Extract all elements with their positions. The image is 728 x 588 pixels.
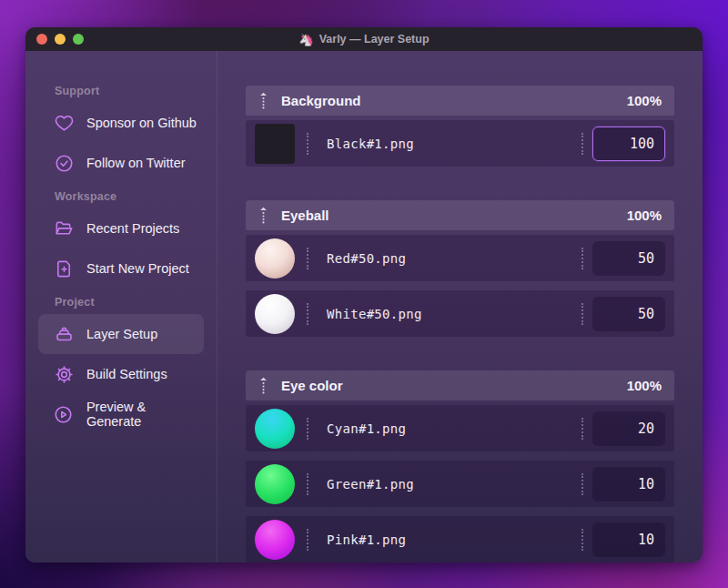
sidebar-item-follow-on-twitter[interactable]: Follow on Twitter xyxy=(38,143,204,183)
traffic-lights xyxy=(36,27,84,51)
green-sphere-thumbnail xyxy=(255,464,295,504)
gear-icon xyxy=(53,363,75,385)
layer-weight-input[interactable]: 50 xyxy=(592,241,665,276)
document-plus-icon xyxy=(53,258,75,279)
layer-row: Red#50.png 50 xyxy=(246,235,674,281)
zoom-button[interactable] xyxy=(73,34,84,45)
sidebar-item-label: Recent Projects xyxy=(86,221,179,236)
app-window: 🦄 Varly — Layer Setup Support Sponsor on… xyxy=(25,27,703,563)
sidebar-section-label: Support xyxy=(55,81,217,101)
layer-group-name: Eye color xyxy=(281,378,343,393)
layer-row: White#50.png 50 xyxy=(246,290,674,337)
sidebar-item-layer-setup[interactable]: Layer Setup xyxy=(38,314,204,354)
layer-row: Green#1.png 10 xyxy=(246,461,674,507)
sidebar-item-preview-generate[interactable]: Preview & Generate xyxy=(38,394,204,434)
layer-group-background: Background 100% Black#1.png 100 xyxy=(246,86,674,167)
sidebar-item-build-settings[interactable]: Build Settings xyxy=(38,354,204,394)
divider-dotted xyxy=(581,248,583,269)
layer-group-header[interactable]: Background 100% xyxy=(246,86,674,116)
badge-check-icon xyxy=(53,152,75,174)
layer-group-weight: 100% xyxy=(627,93,662,108)
divider-dotted xyxy=(307,529,308,551)
layer-row: Black#1.png 100 xyxy=(246,120,674,167)
layer-group-eyeball: Eyeball 100% Red#50.png 50 White#50.png … xyxy=(246,200,674,337)
divider-dotted xyxy=(307,133,308,155)
divider-dotted xyxy=(307,418,308,440)
layer-weight-input[interactable]: 20 xyxy=(592,411,665,446)
divider-dotted xyxy=(581,529,583,551)
layer-setup-panel: Background 100% Black#1.png 100 Eyeball … xyxy=(217,51,703,563)
window-title-text: Varly — Layer Setup xyxy=(319,33,430,46)
close-button[interactable] xyxy=(36,34,47,45)
sidebar-section-label: Project xyxy=(55,292,217,312)
sidebar-item-label: Start New Project xyxy=(86,261,189,276)
layer-filename: Cyan#1.png xyxy=(327,421,581,436)
sidebar-section: Workspace Recent Projects Start New Proj… xyxy=(25,187,217,289)
sidebar-item-recent-projects[interactable]: Recent Projects xyxy=(38,208,204,248)
layer-filename: Red#50.png xyxy=(327,251,581,266)
white-sphere-thumbnail xyxy=(255,294,295,334)
layer-group-eye-color: Eye color 100% Cyan#1.png 20 Green#1.png… xyxy=(246,370,674,563)
sidebar-item-start-new-project[interactable]: Start New Project xyxy=(38,248,204,289)
layer-group-header[interactable]: Eye color 100% xyxy=(246,370,674,400)
layer-weight-input[interactable]: 10 xyxy=(592,467,665,502)
sidebar-section: Support Sponsor on Github Follow on Twit… xyxy=(25,81,217,183)
layer-group-name: Background xyxy=(281,93,361,108)
sidebar-item-label: Build Settings xyxy=(86,367,167,381)
window-title: 🦄 Varly — Layer Setup xyxy=(298,33,429,46)
layer-weight-input[interactable]: 100 xyxy=(592,127,665,161)
divider-dotted xyxy=(581,303,583,325)
layer-filename: Black#1.png xyxy=(327,137,581,151)
divider-dotted xyxy=(307,248,308,269)
drag-handle-icon[interactable] xyxy=(258,92,269,110)
folder-open-icon xyxy=(53,218,75,239)
layer-row: Cyan#1.png 20 xyxy=(246,405,674,451)
layer-weight-input[interactable]: 50 xyxy=(592,297,665,331)
sidebar-item-sponsor-on-github[interactable]: Sponsor on Github xyxy=(38,103,204,143)
drag-handle-icon[interactable] xyxy=(258,207,269,225)
divider-dotted xyxy=(307,303,308,325)
layer-group-name: Eyeball xyxy=(281,208,329,223)
sidebar-section-label: Workspace xyxy=(55,187,217,207)
divider-dotted xyxy=(581,133,583,155)
divider-dotted xyxy=(581,473,583,495)
layer-group-weight: 100% xyxy=(627,208,662,223)
cyan-sphere-thumbnail xyxy=(255,409,295,449)
red-sphere-thumbnail xyxy=(255,238,295,279)
layer-weight-input[interactable]: 10 xyxy=(592,522,665,557)
sidebar-item-label: Follow on Twitter xyxy=(86,156,186,170)
divider-dotted xyxy=(581,418,583,440)
layer-filename: White#50.png xyxy=(327,307,581,321)
sidebar-item-label: Sponsor on Github xyxy=(86,116,197,130)
minimize-button[interactable] xyxy=(55,34,66,45)
heart-icon xyxy=(53,112,75,134)
drag-handle-icon[interactable] xyxy=(258,377,269,395)
layer-group-header[interactable]: Eyeball 100% xyxy=(246,200,674,230)
app-logo-unicorn-icon: 🦄 xyxy=(298,33,313,46)
sidebar-section: Project Layer Setup Build Settings Previ… xyxy=(25,292,217,434)
play-circle-icon xyxy=(53,403,75,425)
layer-filename: Green#1.png xyxy=(327,477,581,492)
sidebar-item-label: Preview & Generate xyxy=(86,400,204,429)
layer-filename: Pink#1.png xyxy=(327,532,581,547)
sidebar: Support Sponsor on Github Follow on Twit… xyxy=(25,51,217,563)
sidebar-item-label: Layer Setup xyxy=(86,327,157,341)
titlebar: 🦄 Varly — Layer Setup xyxy=(25,27,703,51)
black-square-thumbnail xyxy=(255,124,295,164)
divider-dotted xyxy=(307,473,308,495)
layer-row: Pink#1.png 10 xyxy=(246,516,674,563)
pink-sphere-thumbnail xyxy=(255,520,295,560)
layers-icon xyxy=(53,323,75,345)
layer-group-weight: 100% xyxy=(627,378,662,393)
